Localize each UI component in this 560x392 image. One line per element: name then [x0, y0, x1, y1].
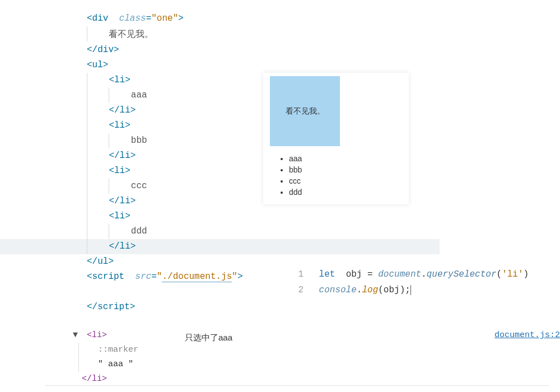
code-line: <ul>: [87, 58, 440, 73]
line-number: 1: [291, 267, 314, 282]
code-line: </script>: [87, 300, 440, 315]
code-line: 1 let obj = document.querySelector('li'): [291, 267, 529, 282]
attr-name: class: [119, 13, 146, 24]
code-line: </div>: [87, 43, 440, 58]
source-link[interactable]: document.js:2: [494, 328, 560, 343]
code-line: <li>: [87, 209, 440, 224]
text-cursor: [410, 285, 411, 295]
js-editor[interactable]: 1 let obj = document.querySelector('li')…: [291, 267, 529, 298]
list-item: ddd: [289, 186, 409, 198]
console-output: 只选中了aaa document.js:2 ▼ <li> ::marker " …: [73, 328, 560, 386]
attr-value: "one": [151, 13, 178, 24]
highlighted-line: </li>: [0, 239, 440, 254]
preview-box-text: 看不见我。: [286, 106, 325, 116]
list-item: ccc: [289, 175, 409, 186]
list-item: bbb: [289, 164, 409, 175]
tag-open: <div: [87, 13, 108, 24]
code-line: <div class="one">: [87, 11, 440, 26]
code-line: ddd: [87, 224, 440, 239]
preview-list: aaa bbb ccc ddd: [263, 153, 409, 198]
text-node: " aaa ": [98, 357, 560, 372]
code-line: 2 console.log(obj);: [291, 282, 529, 298]
rendered-preview: 看不见我。 aaa bbb ccc ddd: [263, 73, 409, 204]
expand-toggle-icon[interactable]: ▼: [73, 328, 82, 343]
pseudo-marker: ::marker: [98, 343, 560, 357]
script-src-link[interactable]: ./document.js: [162, 272, 232, 282]
preview-box: 看不见我。: [270, 76, 340, 146]
annotation-text: 只选中了aaa: [185, 330, 232, 345]
list-item: aaa: [289, 153, 409, 164]
line-number: 2: [291, 282, 314, 298]
code-line: 看不见我。: [87, 26, 440, 43]
separator: [45, 385, 549, 386]
